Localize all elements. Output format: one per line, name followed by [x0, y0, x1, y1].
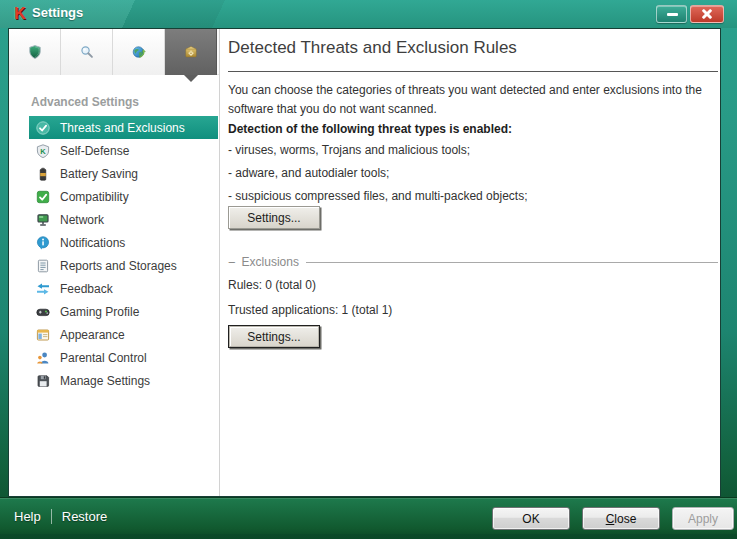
- footer-bar: Help Restore OK Close Apply: [0, 497, 737, 534]
- green-check-square-icon: [36, 190, 50, 204]
- detection-heading: Detection of the following threat types …: [228, 122, 512, 136]
- sidebar-item-label: Self-Defense: [60, 144, 129, 158]
- sidebar-divider: [219, 29, 220, 496]
- tab-settings[interactable]: [165, 29, 217, 75]
- sidebar-item-label: Parental Control: [60, 351, 147, 365]
- footer-links: Help Restore: [14, 507, 107, 526]
- sidebar-list: Threats and Exclusions K Self-Defense Ba…: [9, 116, 219, 392]
- kaspersky-logo-icon: K: [11, 4, 29, 23]
- minimize-icon: [667, 13, 678, 16]
- sidebar-item-threats-and-exclusions[interactable]: Threats and Exclusions: [29, 116, 218, 139]
- gamepad-icon: [36, 305, 50, 319]
- tab-scan[interactable]: [61, 29, 113, 75]
- sidebar-item-appearance[interactable]: Appearance: [29, 323, 218, 346]
- restore-link[interactable]: Restore: [62, 509, 108, 524]
- toolbar-tabs: [9, 29, 219, 75]
- threat-type-item: - suspicious compressed files, and multi…: [228, 189, 527, 203]
- sidebar-item-label: Notifications: [60, 236, 125, 250]
- content-panel: Advanced Settings Threats and Exclusions…: [8, 28, 721, 497]
- sidebar-item-network[interactable]: Network: [29, 208, 218, 231]
- sidebar-item-compatibility[interactable]: Compatibility: [29, 185, 218, 208]
- window-title: Settings: [32, 5, 83, 20]
- ok-button[interactable]: OK: [492, 507, 570, 530]
- exclusions-legend-label: Exclusions: [242, 255, 299, 269]
- sidebar-item-label: Manage Settings: [60, 374, 150, 388]
- info-bubble-icon: [36, 236, 50, 250]
- sidebar-item-feedback[interactable]: Feedback: [29, 277, 218, 300]
- tab-update[interactable]: [113, 29, 165, 75]
- protection-shield-icon: [28, 45, 42, 59]
- sidebar-item-battery-saving[interactable]: Battery Saving: [29, 162, 218, 185]
- check-circle-icon: [36, 121, 50, 135]
- rules-count: Rules: 0 (total 0): [228, 278, 316, 292]
- help-link[interactable]: Help: [14, 509, 41, 524]
- sidebar-item-gaming-profile[interactable]: Gaming Profile: [29, 300, 218, 323]
- apply-button: Apply: [672, 507, 734, 530]
- network-monitor-icon: [36, 213, 50, 227]
- trusted-applications-count: Trusted applications: 1 (total 1): [228, 303, 392, 317]
- page-description: You can choose the categories of threats…: [228, 81, 716, 119]
- threat-type-list: - viruses, worms, Trojans and malicious …: [228, 143, 527, 212]
- detection-settings-button[interactable]: Settings...: [228, 206, 320, 229]
- sidebar-item-label: Reports and Storages: [60, 259, 177, 273]
- sidebar-item-label: Threats and Exclusions: [60, 121, 185, 135]
- battery-icon: [36, 167, 50, 181]
- svg-text:K: K: [40, 146, 46, 155]
- legend-rule: [306, 262, 718, 263]
- report-document-icon: [36, 259, 50, 273]
- sidebar-item-label: Feedback: [60, 282, 113, 296]
- update-globe-icon: [132, 45, 146, 59]
- exclusions-settings-button[interactable]: Settings...: [228, 325, 320, 348]
- sidebar-item-notifications[interactable]: Notifications: [29, 231, 218, 254]
- sidebar-item-parental-control[interactable]: Parental Control: [29, 346, 218, 369]
- settings-window: K Settings: [0, 0, 737, 539]
- floppy-disk-icon: [36, 374, 50, 388]
- sidebar-item-label: Gaming Profile: [60, 305, 139, 319]
- sidebar-item-label: Battery Saving: [60, 167, 138, 181]
- sidebar-item-self-defense[interactable]: K Self-Defense: [29, 139, 218, 162]
- double-arrow-icon: [36, 282, 50, 296]
- sidebar-item-label: Network: [60, 213, 104, 227]
- sidebar-header: Advanced Settings: [31, 95, 139, 109]
- sidebar-item-label: Appearance: [60, 328, 125, 342]
- shield-k-icon: K: [36, 144, 50, 158]
- tab-protection[interactable]: [9, 29, 61, 75]
- sidebar-item-reports-and-storages[interactable]: Reports and Storages: [29, 254, 218, 277]
- settings-box-icon: [184, 45, 198, 59]
- close-dialog-button[interactable]: Close: [582, 507, 660, 530]
- sidebar-item-label: Compatibility: [60, 190, 129, 204]
- sidebar-item-manage-settings[interactable]: Manage Settings: [29, 369, 218, 392]
- close-button[interactable]: [690, 5, 724, 23]
- minimize-button[interactable]: [656, 5, 687, 23]
- threat-type-item: - adware, and autodialer tools;: [228, 166, 527, 180]
- footer-separator: [51, 509, 52, 524]
- parental-users-icon: [36, 351, 50, 365]
- scan-magnifier-icon: [80, 45, 94, 59]
- title-rule: [228, 71, 718, 72]
- exclusions-group-legend: − Exclusions: [228, 255, 718, 269]
- page-title: Detected Threats and Exclusion Rules: [228, 38, 517, 58]
- titlebar[interactable]: K Settings: [0, 0, 737, 28]
- threat-type-item: - viruses, worms, Trojans and malicious …: [228, 143, 527, 157]
- collapse-icon[interactable]: −: [228, 256, 236, 269]
- window-theme-icon: [36, 328, 50, 342]
